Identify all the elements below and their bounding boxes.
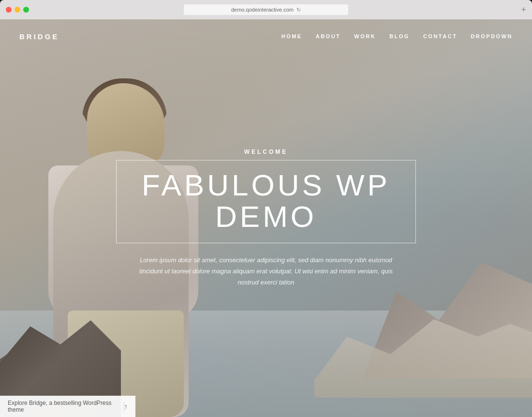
bottom-bar: Explore Bridge, a bestselling WordPress … (0, 396, 135, 417)
hero-title: FABULOUS WP DEMO (132, 169, 400, 232)
welcome-label: WELCOME (116, 149, 416, 155)
address-text: demo.qodeinteractive.com (231, 7, 294, 13)
nav-item-blog[interactable]: BLOG (389, 33, 410, 39)
hero-description: Lorem ipsum dolor sit amet, consectetuer… (131, 255, 401, 288)
maximize-dot[interactable] (23, 7, 29, 13)
minimize-dot[interactable] (15, 7, 20, 13)
new-tab-button[interactable]: + (521, 5, 526, 15)
site-logo[interactable]: BRIDGE (19, 32, 59, 41)
refresh-icon[interactable]: ↻ (296, 7, 301, 13)
site-header: BRIDGE HOME ABOUT WORK BLOG CONTACT DROP… (0, 19, 532, 53)
hero-title-box: FABULOUS WP DEMO (116, 160, 416, 243)
nav-item-about[interactable]: ABOUT (316, 33, 341, 39)
website-container: BRIDGE HOME ABOUT WORK BLOG CONTACT DROP… (0, 19, 532, 417)
bottom-bar-arrow[interactable]: ↑ (124, 402, 128, 410)
nav-item-contact[interactable]: CONTACT (423, 33, 457, 39)
close-dot[interactable] (6, 7, 12, 13)
site-nav: HOME ABOUT WORK BLOG CONTACT DROPDOWN (281, 33, 513, 39)
nav-item-dropdown[interactable]: DROPDOWN (471, 33, 513, 39)
bottom-bar-text: Explore Bridge, a bestselling WordPress … (8, 400, 124, 413)
traffic-lights (6, 7, 29, 13)
nav-item-home[interactable]: HOME (281, 33, 302, 39)
hero-content: WELCOME FABULOUS WP DEMO Lorem ipsum dol… (116, 149, 416, 288)
browser-chrome: demo.qodeinteractive.com ↻ + (0, 0, 532, 19)
address-bar[interactable]: demo.qodeinteractive.com ↻ (184, 4, 348, 15)
nav-item-work[interactable]: WORK (354, 33, 376, 39)
